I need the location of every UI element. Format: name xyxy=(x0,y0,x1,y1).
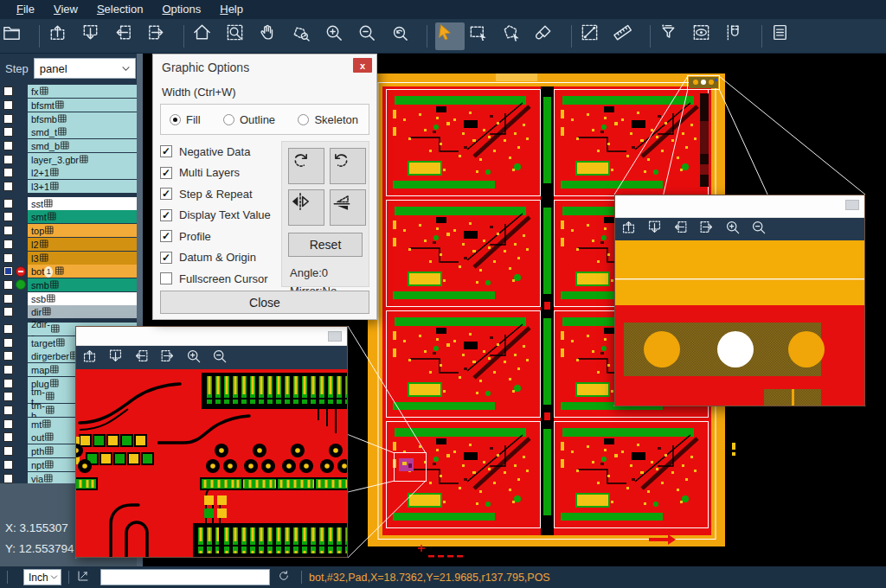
layer-checkbox[interactable] xyxy=(3,460,13,470)
layer-label[interactable]: ssb xyxy=(28,292,137,305)
layer-checkbox[interactable] xyxy=(3,474,13,483)
reset-button[interactable]: Reset xyxy=(288,233,363,257)
popup-window-button[interactable] xyxy=(328,331,342,342)
checkbox-option[interactable]: ✓ Display Text Value xyxy=(160,205,281,227)
menu-item[interactable]: File xyxy=(7,1,44,18)
layer-row[interactable]: smt xyxy=(0,210,143,224)
layer-row[interactable]: layer_3.gbr xyxy=(0,152,143,166)
grid-icon[interactable] xyxy=(46,293,135,305)
panel-right-button[interactable] xyxy=(146,22,176,50)
sync-icon[interactable] xyxy=(277,569,294,586)
radio-option[interactable]: Outline xyxy=(223,113,275,126)
grid-icon[interactable] xyxy=(47,211,135,223)
layer-checkbox[interactable] xyxy=(3,226,13,235)
layer-row[interactable]: l2+1 xyxy=(0,166,143,180)
radio-circle[interactable] xyxy=(170,114,181,125)
layer-checkbox[interactable] xyxy=(3,406,13,415)
grid-icon[interactable] xyxy=(60,140,135,152)
panel-up-button[interactable] xyxy=(620,219,646,240)
checkbox-box[interactable]: ✓ xyxy=(160,188,172,200)
layer-checkbox[interactable] xyxy=(3,114,13,124)
layer-checkbox[interactable] xyxy=(3,240,13,249)
layer-checkbox[interactable] xyxy=(3,379,13,388)
layer-row[interactable]: smd_b xyxy=(0,139,143,153)
layer-checkbox[interactable] xyxy=(3,155,13,164)
layer-checkbox[interactable] xyxy=(3,168,13,177)
rotate-ccw-button[interactable] xyxy=(330,148,366,184)
menu-item[interactable]: Options xyxy=(152,1,210,18)
panel-down-button[interactable] xyxy=(646,219,672,240)
grid-icon[interactable] xyxy=(57,113,135,125)
grid-icon[interactable] xyxy=(39,86,135,98)
checkbox-option[interactable]: ✓ Profile xyxy=(160,226,281,247)
layer-label[interactable]: bot1 xyxy=(28,265,137,278)
radio-circle[interactable] xyxy=(298,114,309,125)
filter-button[interactable] xyxy=(658,22,688,50)
zoom-popup-fiducial[interactable] xyxy=(614,195,865,406)
layer-row[interactable]: smd_t xyxy=(0,125,143,139)
mirror-vertical-button[interactable] xyxy=(330,189,366,226)
checkbox-box[interactable]: ✓ xyxy=(160,145,172,157)
layer-checkbox[interactable] xyxy=(3,266,13,276)
layer-row[interactable]: bfsmb xyxy=(0,112,143,125)
grid-icon[interactable] xyxy=(39,252,135,265)
panel-left-button[interactable] xyxy=(133,348,159,368)
mask-brush-button[interactable] xyxy=(534,22,563,50)
radio-option[interactable]: Fill xyxy=(170,113,201,126)
zoom-polygon-button[interactable] xyxy=(291,22,320,50)
zoom-out-button[interactable] xyxy=(211,348,237,368)
layer-label[interactable]: l2 xyxy=(28,238,137,251)
layer-checkbox[interactable] xyxy=(3,392,13,401)
unit-select[interactable]: Inch xyxy=(23,569,61,585)
layer-checkbox[interactable] xyxy=(3,253,13,263)
checkbox-option[interactable]: ✓ Step & Repeat xyxy=(160,183,281,205)
dialog-close-button[interactable]: x xyxy=(353,58,372,73)
grid-icon[interactable] xyxy=(43,198,135,210)
layer-label[interactable]: top xyxy=(28,224,137,237)
panel-up-button[interactable] xyxy=(48,22,77,50)
menu-item[interactable]: View xyxy=(44,1,87,18)
open-folder-button[interactable] xyxy=(2,22,31,50)
layer-label[interactable]: l2+1 xyxy=(28,166,137,179)
layer-row[interactable]: smb xyxy=(0,278,143,292)
layer-checkbox[interactable] xyxy=(3,419,13,429)
layer-row[interactable]: dir xyxy=(0,305,143,319)
layer-label[interactable]: l3 xyxy=(28,252,137,265)
checkbox-option[interactable]: ✓ Negative Data xyxy=(160,141,281,163)
layer-checkbox[interactable] xyxy=(3,127,13,137)
layer-checkbox[interactable] xyxy=(3,86,13,96)
layer-checkbox[interactable] xyxy=(3,199,13,208)
grid-icon[interactable] xyxy=(49,181,135,193)
layer-row[interactable]: bot1 xyxy=(0,265,143,278)
layer-row[interactable]: top xyxy=(0,224,143,238)
layer-checkbox[interactable] xyxy=(3,307,13,316)
panel-down-button[interactable] xyxy=(107,348,133,368)
zoom-in-button[interactable] xyxy=(724,219,750,240)
layer-checkbox[interactable] xyxy=(3,212,13,221)
grid-icon[interactable] xyxy=(55,99,135,112)
layer-label[interactable]: sst xyxy=(28,197,137,210)
layer-row[interactable]: l3 xyxy=(0,251,143,265)
layer-label[interactable]: smb xyxy=(28,278,137,291)
panel-left-button[interactable] xyxy=(672,219,698,240)
select-cursor-button[interactable] xyxy=(435,22,465,50)
mirror-horizontal-button[interactable] xyxy=(288,189,324,226)
zoom-out-button[interactable] xyxy=(356,22,386,50)
zoom-window-button[interactable] xyxy=(225,22,254,50)
layer-checkbox[interactable] xyxy=(3,338,13,348)
panel-down-button[interactable] xyxy=(80,22,110,50)
ruler-button[interactable] xyxy=(613,22,642,50)
zoom-in-button[interactable] xyxy=(185,348,211,368)
layers-panel-button[interactable] xyxy=(770,22,799,50)
layer-label[interactable]: bfsmt xyxy=(28,99,137,112)
grid-icon[interactable] xyxy=(49,279,135,291)
layer-row[interactable]: ssb xyxy=(0,291,143,305)
layer-checkbox[interactable] xyxy=(3,182,13,191)
select-rect-button[interactable] xyxy=(468,22,498,50)
checkbox-option[interactable]: ✓ Multi Layers xyxy=(160,163,281,184)
layer-label[interactable]: l3+1 xyxy=(28,180,137,193)
home-view-button[interactable] xyxy=(192,22,222,50)
radio-option[interactable]: Skeleton xyxy=(298,113,358,126)
checkbox-box[interactable]: ✓ xyxy=(160,167,172,179)
pan-button[interactable] xyxy=(258,22,287,50)
